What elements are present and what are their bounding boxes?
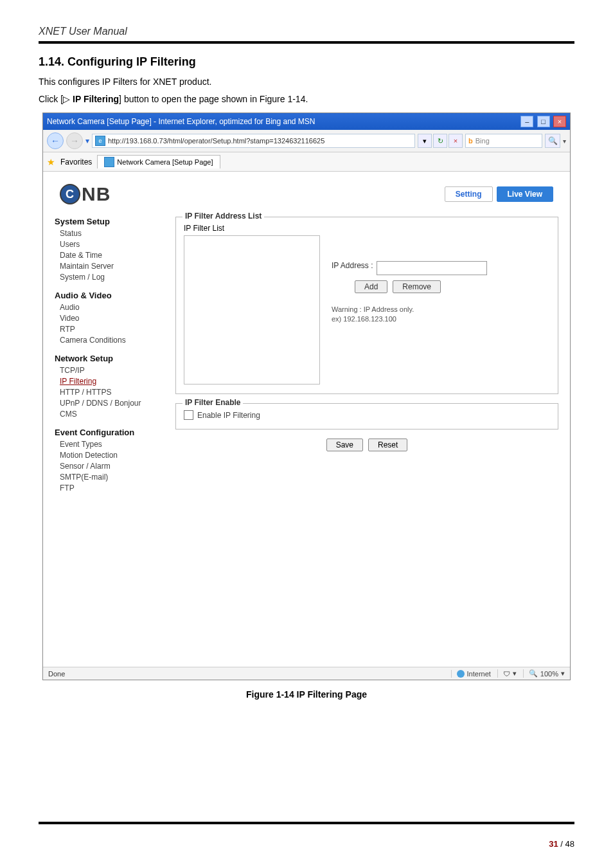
stop-button[interactable]: × xyxy=(449,134,463,148)
sidebar-item-smtp[interactable]: SMTP(E-mail) xyxy=(60,473,164,482)
favorites-star-icon[interactable]: ★ xyxy=(47,157,55,167)
top-rule xyxy=(39,41,574,44)
live-view-button[interactable]: Live View xyxy=(497,186,553,202)
bing-icon: b xyxy=(468,137,473,145)
sidebar-item-sensor-alarm[interactable]: Sensor / Alarm xyxy=(60,462,164,471)
window-title: Network Camera [Setup Page] - Internet E… xyxy=(47,117,315,126)
enable-ip-filtering-label: Enable IP Filtering xyxy=(197,411,260,420)
favorites-label: Favorites xyxy=(60,158,92,167)
sidebar-item-event-types[interactable]: Event Types xyxy=(60,440,164,449)
add-button[interactable]: Add xyxy=(355,280,387,293)
triangle-icon: ▷ xyxy=(63,94,70,104)
setting-button[interactable]: Setting xyxy=(445,186,493,202)
minimize-button[interactable]: – xyxy=(520,116,533,127)
sidebar-item-datetime[interactable]: Date & Time xyxy=(60,251,164,260)
close-button[interactable]: × xyxy=(553,116,566,127)
tab-title: Network Camera [Setup Page] xyxy=(117,158,213,166)
click-instruction: Click [▷ IP Filtering] button to open th… xyxy=(39,93,574,106)
sidebar-item-users[interactable]: Users xyxy=(60,240,164,249)
back-button[interactable]: ← xyxy=(47,132,64,149)
maximize-button[interactable]: □ xyxy=(537,116,550,127)
section-heading: 1.14. Configuring IP Filtering xyxy=(39,55,574,69)
refresh-button[interactable]: ↻ xyxy=(433,134,447,148)
sidebar-group-system: System Setup xyxy=(55,217,164,226)
ip-filter-list-label: IP Filter List xyxy=(184,224,550,233)
warning-line2: ex) 192.168.123.100 xyxy=(332,314,550,324)
fieldset-legend-address-list: IP Filter Address List xyxy=(182,212,264,221)
zoom-value: 100% xyxy=(540,670,558,678)
sidebar-item-camera-conditions[interactable]: Camera Conditions xyxy=(60,336,164,345)
screenshot: Network Camera [Setup Page] - Internet E… xyxy=(42,113,571,680)
click-bold: IP Filtering xyxy=(70,94,119,104)
page-total: / 48 xyxy=(558,839,574,849)
footer-rule xyxy=(39,822,574,824)
remove-button[interactable]: Remove xyxy=(393,280,441,293)
url-dropdown-icon[interactable]: ▾ xyxy=(418,134,432,148)
status-done: Done xyxy=(48,670,65,678)
sidebar-item-http-https[interactable]: HTTP / HTTPS xyxy=(60,388,164,397)
search-placeholder: Bing xyxy=(475,137,490,145)
warning-line1: Warning : IP Address only. xyxy=(332,305,550,314)
ie-page-icon: e xyxy=(95,136,105,146)
status-bar: Done Internet 🛡 ▾ 🔍 100% ▾ xyxy=(43,667,570,680)
zoom-dropdown-icon: ▾ xyxy=(561,669,565,678)
reset-button[interactable]: Reset xyxy=(368,439,407,451)
url-text: http://193.168.0.73/html/operator/Setup.… xyxy=(108,137,324,145)
window-titlebar: Network Camera [Setup Page] - Internet E… xyxy=(43,113,570,130)
tab-favicon xyxy=(104,157,114,167)
internet-zone-icon xyxy=(457,670,465,678)
window-buttons: – □ × xyxy=(519,116,566,127)
page-current: 31 xyxy=(549,839,558,849)
sidebar-group-av: Audio & Video xyxy=(55,291,164,300)
url-field[interactable]: e http://193.168.0.73/html/operator/Setu… xyxy=(92,134,415,148)
save-button[interactable]: Save xyxy=(326,439,363,451)
search-provider-box[interactable]: b Bing xyxy=(465,134,542,148)
main-panel: IP Filter Address List IP Filter List IP… xyxy=(175,217,558,494)
history-dropdown-icon[interactable]: ▾ xyxy=(85,136,89,145)
sidebar-item-system-log[interactable]: System / Log xyxy=(60,273,164,282)
browser-tab[interactable]: Network Camera [Setup Page] xyxy=(97,155,220,168)
status-zone: Internet xyxy=(451,670,491,678)
app-content: C NB Setting Live View System Setup Stat… xyxy=(43,172,570,667)
search-button[interactable]: 🔍 xyxy=(545,134,560,148)
cnb-logo: C NB xyxy=(60,183,111,205)
ip-filter-listbox[interactable] xyxy=(184,235,320,384)
sidebar-item-cms[interactable]: CMS xyxy=(60,410,164,419)
forward-button[interactable]: → xyxy=(66,132,83,149)
fieldset-legend-enable: IP Filter Enable xyxy=(182,398,243,407)
sidebar-group-event: Event Configuration xyxy=(55,428,164,437)
protected-mode-dropdown-icon: ▾ xyxy=(513,669,517,678)
cnb-logo-text: NB xyxy=(82,183,111,205)
click-pre: Click [ xyxy=(39,94,63,104)
sidebar-item-upnp-ddns-bonjour[interactable]: UPnP / DDNS / Bonjour xyxy=(60,399,164,408)
sidebar-item-motion-detection[interactable]: Motion Detection xyxy=(60,451,164,460)
zoom-seg[interactable]: 🔍 100% ▾ xyxy=(523,669,565,678)
sidebar-item-tcpip[interactable]: TCP/IP xyxy=(60,366,164,375)
enable-ip-filtering-checkbox[interactable] xyxy=(184,410,193,420)
cnb-logo-icon: C xyxy=(60,184,80,204)
sidebar-group-network: Network Setup xyxy=(55,354,164,363)
sidebar-item-maintain-server[interactable]: Maintain Server xyxy=(60,262,164,271)
figure-caption: Figure 1-14 IP Filtering Page xyxy=(39,689,574,700)
intro-text: This configures IP Filters for XNET prod… xyxy=(39,75,574,89)
sidebar-item-rtp[interactable]: RTP xyxy=(60,325,164,334)
sidebar: System Setup Status Users Date & Time Ma… xyxy=(55,217,164,494)
ip-address-input[interactable] xyxy=(377,261,487,275)
status-zone-text: Internet xyxy=(467,670,491,678)
click-post: ] button to open the page shown in Figur… xyxy=(119,94,308,104)
sidebar-item-status[interactable]: Status xyxy=(60,229,164,238)
sidebar-item-video[interactable]: Video xyxy=(60,314,164,323)
manual-title: XNET User Manual xyxy=(39,26,574,37)
ip-filter-address-list-fieldset: IP Filter Address List IP Filter List IP… xyxy=(175,217,558,394)
protected-mode-icon: 🛡 xyxy=(503,670,510,678)
protected-mode-seg[interactable]: 🛡 ▾ xyxy=(497,669,517,678)
sidebar-item-audio[interactable]: Audio xyxy=(60,303,164,312)
favorites-bar: ★ Favorites Network Camera [Setup Page] xyxy=(43,152,570,172)
page-number: 31 / 48 xyxy=(549,839,574,849)
zoom-icon: 🔍 xyxy=(529,669,538,678)
search-dropdown-icon[interactable]: ▾ xyxy=(563,138,566,145)
address-bar: ← → ▾ e http://193.168.0.73/html/operato… xyxy=(43,130,570,152)
sidebar-item-ftp[interactable]: FTP xyxy=(60,484,164,493)
ip-filter-enable-fieldset: IP Filter Enable Enable IP Filtering xyxy=(175,403,558,429)
sidebar-item-ip-filtering[interactable]: IP Filtering xyxy=(60,377,164,386)
